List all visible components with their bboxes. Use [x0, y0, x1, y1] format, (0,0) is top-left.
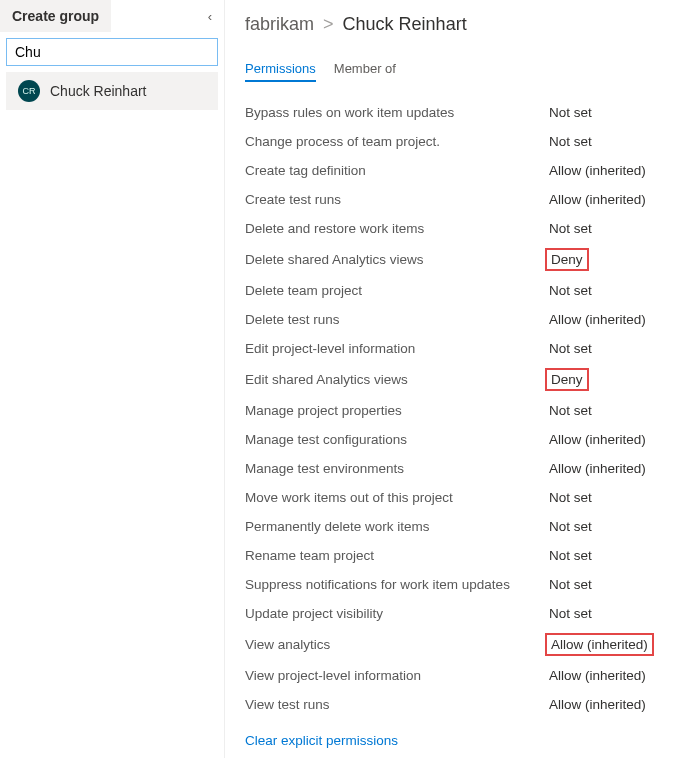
permission-label: Suppress notifications for work item upd…: [245, 577, 545, 592]
permission-row: Delete and restore work itemsNot set: [245, 214, 680, 243]
permission-label: Permanently delete work items: [245, 519, 545, 534]
permission-row: View analyticsAllow (inherited): [245, 628, 680, 661]
permission-row: Create tag definitionAllow (inherited): [245, 156, 680, 185]
permission-label: Delete test runs: [245, 312, 545, 327]
permission-value[interactable]: Not set: [545, 103, 596, 122]
permission-row: Rename team projectNot set: [245, 541, 680, 570]
permission-label: Manage project properties: [245, 403, 545, 418]
permission-label: View project-level information: [245, 668, 545, 683]
permission-value[interactable]: Allow (inherited): [545, 695, 650, 714]
clear-permissions-link[interactable]: Clear explicit permissions: [245, 733, 680, 748]
permission-value[interactable]: Not set: [545, 517, 596, 536]
permission-label: Move work items out of this project: [245, 490, 545, 505]
permission-value[interactable]: Allow (inherited): [545, 310, 650, 329]
avatar: CR: [18, 80, 40, 102]
permission-label: Create tag definition: [245, 163, 545, 178]
right-panel: fabrikam > Chuck Reinhart Permissions Me…: [225, 0, 700, 758]
permissions-list: Bypass rules on work item updatesNot set…: [245, 98, 680, 719]
tab-member-of[interactable]: Member of: [334, 57, 396, 82]
search-input[interactable]: [6, 38, 218, 66]
permission-value[interactable]: Not set: [545, 604, 596, 623]
permission-value[interactable]: Allow (inherited): [545, 459, 650, 478]
permission-row: Manage project propertiesNot set: [245, 396, 680, 425]
permission-value[interactable]: Allow (inherited): [545, 666, 650, 685]
permission-value[interactable]: Allow (inherited): [545, 633, 654, 656]
permission-row: Update project visibilityNot set: [245, 599, 680, 628]
permission-row: Permanently delete work itemsNot set: [245, 512, 680, 541]
permission-label: Change process of team project.: [245, 134, 545, 149]
user-name-label: Chuck Reinhart: [50, 83, 147, 99]
permission-label: Manage test environments: [245, 461, 545, 476]
permission-value[interactable]: Not set: [545, 219, 596, 238]
create-group-button[interactable]: Create group: [0, 0, 111, 32]
permission-value[interactable]: Not set: [545, 281, 596, 300]
permission-label: Edit shared Analytics views: [245, 372, 545, 387]
permission-row: Delete team projectNot set: [245, 276, 680, 305]
permission-value[interactable]: Not set: [545, 339, 596, 358]
permission-row: View test runsAllow (inherited): [245, 690, 680, 719]
permission-row: Edit project-level informationNot set: [245, 334, 680, 363]
permission-value[interactable]: Not set: [545, 546, 596, 565]
permission-row: View project-level informationAllow (inh…: [245, 661, 680, 690]
permission-row: Manage test environmentsAllow (inherited…: [245, 454, 680, 483]
permission-label: Update project visibility: [245, 606, 545, 621]
permission-value[interactable]: Allow (inherited): [545, 430, 650, 449]
permission-row: Delete shared Analytics viewsDeny: [245, 243, 680, 276]
breadcrumb-separator: >: [323, 14, 334, 34]
tabs: Permissions Member of: [245, 57, 680, 82]
permission-row: Change process of team project.Not set: [245, 127, 680, 156]
permission-label: Create test runs: [245, 192, 545, 207]
create-group-bar: Create group ‹: [0, 0, 224, 32]
breadcrumb: fabrikam > Chuck Reinhart: [245, 14, 680, 35]
permission-value[interactable]: Not set: [545, 488, 596, 507]
permission-label: View analytics: [245, 637, 545, 652]
permission-value[interactable]: Deny: [545, 248, 589, 271]
tab-permissions[interactable]: Permissions: [245, 57, 316, 82]
breadcrumb-current: Chuck Reinhart: [343, 14, 467, 34]
permission-value[interactable]: Not set: [545, 401, 596, 420]
permission-row: Edit shared Analytics viewsDeny: [245, 363, 680, 396]
permission-row: Move work items out of this projectNot s…: [245, 483, 680, 512]
permission-value[interactable]: Not set: [545, 575, 596, 594]
permission-label: Manage test configurations: [245, 432, 545, 447]
permission-row: Suppress notifications for work item upd…: [245, 570, 680, 599]
permission-value[interactable]: Not set: [545, 132, 596, 151]
permission-label: Delete shared Analytics views: [245, 252, 545, 267]
user-list-item[interactable]: CR Chuck Reinhart: [6, 72, 218, 110]
permission-row: Delete test runsAllow (inherited): [245, 305, 680, 334]
permission-value[interactable]: Allow (inherited): [545, 190, 650, 209]
chevron-left-icon[interactable]: ‹: [204, 5, 216, 28]
permission-value[interactable]: Allow (inherited): [545, 161, 650, 180]
permission-label: Delete and restore work items: [245, 221, 545, 236]
permission-label: Bypass rules on work item updates: [245, 105, 545, 120]
permission-row: Bypass rules on work item updatesNot set: [245, 98, 680, 127]
permission-label: Edit project-level information: [245, 341, 545, 356]
permission-label: Delete team project: [245, 283, 545, 298]
permission-row: Create test runsAllow (inherited): [245, 185, 680, 214]
breadcrumb-parent[interactable]: fabrikam: [245, 14, 314, 34]
permission-label: Rename team project: [245, 548, 545, 563]
left-panel: Create group ‹ CR Chuck Reinhart: [0, 0, 225, 758]
permission-row: Manage test configurationsAllow (inherit…: [245, 425, 680, 454]
permission-value[interactable]: Deny: [545, 368, 589, 391]
permission-label: View test runs: [245, 697, 545, 712]
